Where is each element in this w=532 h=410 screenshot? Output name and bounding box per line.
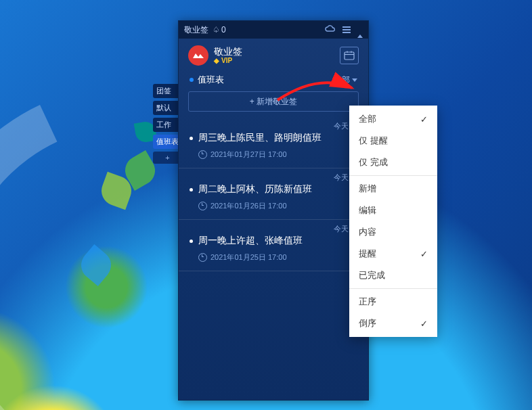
add-note-label: + 新增敬业签 — [250, 96, 297, 108]
bullet-icon — [190, 240, 193, 243]
menu-item-label: 已完成 — [359, 269, 385, 281]
diamond-icon: ◆ — [214, 57, 219, 64]
menu-item-label: 倒序 — [359, 317, 376, 329]
menu-item[interactable]: 已完成 — [349, 265, 437, 286]
category-dot-icon — [190, 78, 194, 82]
bell-icon: ♤ — [213, 25, 220, 35]
brand-name: 敬业签 — [214, 47, 242, 57]
filter-label: 全部 — [334, 74, 350, 86]
collapse-icon[interactable] — [357, 25, 363, 35]
menu-item[interactable]: 全部✓ — [349, 108, 437, 130]
menu-item[interactable]: 编辑 — [349, 200, 437, 221]
app-logo-icon — [188, 45, 208, 66]
menu-separator — [349, 175, 437, 176]
menu-item-label: 编辑 — [359, 204, 376, 217]
vip-badge: ◆ VIP — [214, 57, 242, 64]
calendar-icon — [344, 51, 355, 60]
menu-item-label: 提醒 — [359, 248, 376, 260]
note-time: 2021年01月27日 17:00 — [210, 150, 287, 160]
bullet-icon — [190, 137, 193, 140]
menu-item-label: 全部 — [359, 113, 376, 125]
category-name: 值班表 — [198, 74, 224, 86]
note-title: 周三晚上陈民里、路明朗值班 — [198, 132, 322, 144]
check-icon: ✓ — [420, 249, 428, 259]
calendar-button[interactable] — [340, 47, 359, 64]
add-note-button[interactable]: + 新增敬业签 — [188, 91, 359, 112]
notification-count[interactable]: ♤ 0 — [213, 25, 226, 35]
filter-dropdown-trigger[interactable]: 全部 — [334, 74, 357, 86]
menu-item[interactable]: 仅 提醒 — [349, 130, 437, 152]
menu-item[interactable]: 提醒✓ — [349, 243, 437, 265]
filter-dropdown-menu: 全部✓仅 提醒仅 完成新增编辑内容提醒✓已完成正序倒序✓ — [349, 106, 437, 337]
clock-icon — [198, 202, 207, 210]
menu-item[interactable]: 正序 — [349, 291, 437, 313]
note-time: 2021年01月26日 17:00 — [210, 201, 287, 211]
vip-label: VIP — [221, 57, 232, 64]
menu-item-label: 正序 — [359, 296, 376, 308]
chevron-down-icon — [352, 78, 357, 82]
notes-list: 今天 16 周三晚上陈民里、路明朗值班 2021年01月27日 17:00 今天… — [179, 117, 368, 271]
menu-item-label: 仅 完成 — [359, 156, 388, 168]
check-icon: ✓ — [420, 114, 428, 124]
app-window: 敬业签 ♤ 0 敬业签 — [178, 20, 369, 401]
titlebar: 敬业签 ♤ 0 — [179, 21, 368, 39]
brand-row: 敬业签 ◆ VIP — [179, 39, 368, 70]
category-row: 值班表 全部 — [179, 70, 368, 91]
bullet-icon — [190, 188, 193, 191]
clock-icon — [198, 150, 207, 159]
menu-item-label: 仅 提醒 — [359, 135, 388, 147]
note-title: 周一晚上许超、张峰值班 — [198, 235, 303, 247]
check-icon: ✓ — [420, 319, 428, 329]
menu-item-label: 新增 — [359, 183, 376, 195]
app-title: 敬业签 — [184, 24, 208, 36]
clock-icon — [198, 253, 207, 262]
desktop-background: 团签 默认 工作 值班表 + 敬业签 ♤ 0 — [0, 0, 532, 410]
cloud-sync-icon[interactable] — [325, 25, 336, 35]
note-item[interactable]: 今天 16 周一晚上许超、张峰值班 2021年01月25日 17:00 — [179, 220, 368, 271]
menu-item[interactable]: 新增 — [349, 178, 437, 200]
note-item[interactable]: 今天 16 周二晚上阿林、历陈新值班 2021年01月26日 17:00 — [179, 168, 368, 220]
note-item[interactable]: 今天 16 周三晚上陈民里、路明朗值班 2021年01月27日 17:00 — [179, 117, 368, 168]
menu-icon[interactable] — [342, 25, 351, 35]
menu-item[interactable]: 仅 完成 — [349, 152, 437, 173]
menu-item-label: 内容 — [359, 226, 376, 238]
menu-item[interactable]: 倒序✓ — [349, 313, 437, 334]
note-time: 2021年01月25日 17:00 — [210, 252, 287, 263]
menu-separator — [349, 288, 437, 289]
bell-count-value: 0 — [221, 25, 226, 35]
svg-rect-0 — [345, 52, 354, 60]
menu-item[interactable]: 内容 — [349, 221, 437, 243]
note-title: 周二晚上阿林、历陈新值班 — [198, 183, 312, 196]
